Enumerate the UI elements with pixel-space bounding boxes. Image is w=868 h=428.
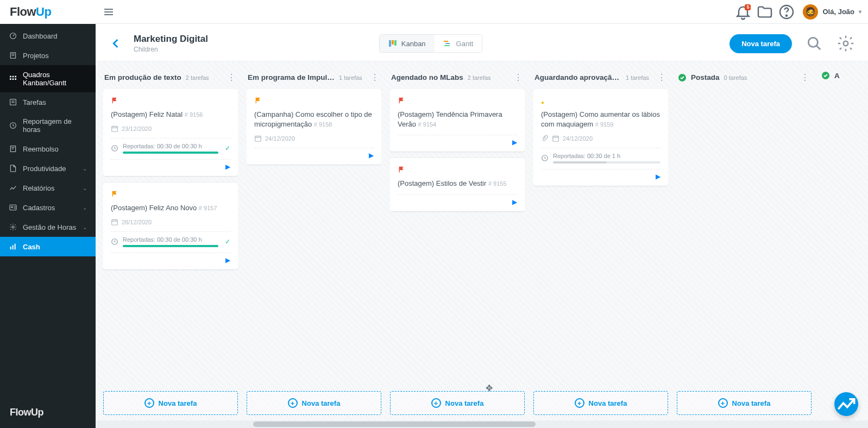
view-kanban-label: Kanban <box>401 40 426 48</box>
back-button[interactable] <box>109 36 124 51</box>
svg-rect-32 <box>445 43 450 44</box>
column-menu-icon[interactable]: ⋮ <box>513 71 524 84</box>
chevron-down-icon: ⌄ <box>83 224 87 230</box>
sidebar-item-7[interactable]: Relatórios⌄ <box>0 178 96 198</box>
svg-rect-42 <box>112 220 118 225</box>
view-toggle: Kanban Gantt <box>379 34 483 53</box>
svg-rect-29 <box>392 40 394 45</box>
column-title: Em produção de texto <box>104 73 181 81</box>
task-card[interactable]: (Postagem) Feliz Natal # 915623/12/2020R… <box>103 89 238 176</box>
check-icon <box>821 71 830 80</box>
sidebar-item-label: Tarefas <box>23 98 46 106</box>
calendar-icon <box>552 135 559 142</box>
calendar-icon <box>111 218 118 226</box>
card-title: (Postagem) Feliz Ano Novo # 9157 <box>111 203 230 213</box>
column-body: (Postagem) Feliz Natal # 915623/12/2020R… <box>103 89 238 428</box>
play-button[interactable]: ▶ <box>541 169 661 180</box>
receipt-icon <box>9 144 17 153</box>
sidebar-item-4[interactable]: Reportagem de horas <box>0 112 96 139</box>
card-date-row: 23/12/2020 <box>111 125 230 133</box>
reported-row: Reportadas: 00:30 de 1 h <box>541 148 661 163</box>
sidebar-item-1[interactable]: Projetos <box>0 46 96 65</box>
column-count: 2 tarefas <box>468 74 491 81</box>
new-task-label: Nova tarefa <box>159 399 197 407</box>
column-menu-icon[interactable]: ⋮ <box>800 71 810 84</box>
svg-rect-47 <box>255 136 261 142</box>
play-button[interactable]: ▶ <box>398 194 517 206</box>
progress-bar <box>553 161 661 163</box>
new-task-label: Nova tarefa <box>589 399 627 407</box>
card-title: (Postagem) Como aumentar os lábios com m… <box>541 110 661 129</box>
kanban-column-4: Postada0 tarefas⋮+Nova tarefa <box>677 69 812 428</box>
sidebar-item-10[interactable]: Cash <box>0 237 96 256</box>
calendar-icon <box>111 125 118 133</box>
task-card[interactable]: (Campanha) Como escolher o tipo de micro… <box>247 89 381 165</box>
play-button[interactable]: ▶ <box>254 148 374 159</box>
fab-chart-button[interactable] <box>834 392 858 416</box>
column-count: 0 tarefas <box>724 74 747 81</box>
new-task-slot[interactable]: +Nova tarefa <box>103 391 238 415</box>
kanban-column-0: Em produção de texto2 tarefas⋮(Postagem)… <box>103 69 238 428</box>
play-button[interactable]: ▶ <box>398 135 517 146</box>
flag-icon <box>398 97 405 104</box>
sidebar-item-6[interactable]: Produtividade⌄ <box>0 159 96 178</box>
new-task-slot[interactable]: +Nova tarefa <box>533 391 668 415</box>
column-menu-icon[interactable]: ⋮ <box>656 71 667 84</box>
user-greeting: Olá, João <box>822 8 854 16</box>
flag-icon <box>111 190 118 198</box>
card-id: # 9158 <box>314 121 332 128</box>
column-header: A <box>820 69 842 85</box>
task-card[interactable]: (Postagem) Tendência Primavera Verão # 9… <box>390 89 525 152</box>
new-task-slot[interactable]: +Nova tarefa <box>677 391 812 415</box>
avatar: 🧔 <box>803 4 818 20</box>
logo[interactable]: FlowUp <box>0 0 96 24</box>
plus-icon: + <box>288 398 298 408</box>
column-body: (Postagem) Como aumentar os lábios com m… <box>533 89 668 428</box>
task-card[interactable]: (Postagem) Como aumentar os lábios com m… <box>533 89 668 186</box>
sidebar-item-0[interactable]: Dashboard <box>0 26 96 46</box>
sidebar-item-label: Produtividade <box>23 165 66 173</box>
sidebar-item-3[interactable]: Tarefas <box>0 92 96 112</box>
kanban-board[interactable]: Em produção de texto2 tarefas⋮(Postagem)… <box>96 61 868 428</box>
reported-text: Reportadas: 00:30 de 00:30 h <box>123 143 218 149</box>
chevron-down-icon: ▾ <box>859 9 861 15</box>
sidebar-item-2[interactable]: Quadros Kanban/Gantt <box>0 65 96 92</box>
search-icon[interactable] <box>805 34 823 53</box>
column-menu-icon[interactable]: ⋮ <box>226 71 237 84</box>
scrollbar-thumb[interactable] <box>253 421 536 427</box>
calendar-icon <box>254 135 262 142</box>
new-task-label: Nova tarefa <box>445 399 484 407</box>
new-task-slot[interactable]: +Nova tarefa <box>390 391 525 415</box>
folder-icon[interactable] <box>756 3 773 21</box>
sidebar-item-5[interactable]: Reembolso <box>0 139 96 159</box>
task-card[interactable]: (Postagem) Estilos de Vestir # 9155▶ <box>390 158 525 211</box>
sidebar-item-9[interactable]: Gestão de Horas⌄ <box>0 217 96 237</box>
sidebar-item-8[interactable]: Cadastros⌄ <box>0 198 96 217</box>
notifications-icon[interactable]: 5 <box>734 3 752 21</box>
new-task-button[interactable]: Nova tarefa <box>729 34 792 53</box>
play-button[interactable]: ▶ <box>111 159 230 171</box>
user-menu[interactable]: 🧔 Olá, João ▾ <box>803 4 861 20</box>
column-menu-icon[interactable]: ⋮ <box>369 71 380 84</box>
page-subtitle: Children <box>134 46 208 53</box>
sidebar-item-label: Cadastros <box>23 204 55 212</box>
flag-icon <box>398 166 405 173</box>
column-body: (Campanha) Como escolher o tipo de micro… <box>247 89 381 428</box>
column-title: Postada <box>691 73 720 81</box>
new-task-slot[interactable]: +Nova tarefa <box>247 391 381 415</box>
horizontal-scrollbar[interactable] <box>96 420 868 428</box>
chevron-down-icon: ⌄ <box>83 166 87 172</box>
kanban-column-5: A <box>820 69 842 428</box>
help-icon[interactable] <box>778 3 795 21</box>
view-gantt-button[interactable]: Gantt <box>435 35 482 52</box>
task-card[interactable]: (Postagem) Feliz Ano Novo # 915728/12/20… <box>103 182 238 269</box>
menu-toggle-icon[interactable] <box>102 5 115 18</box>
play-button[interactable]: ▶ <box>111 253 230 264</box>
card-date: 24/12/2020 <box>563 135 593 142</box>
column-title: Em programa de Impulsio... <box>248 73 335 81</box>
settings-icon[interactable] <box>836 34 855 53</box>
sidebar-item-label: Quadros Kanban/Gantt <box>23 71 87 87</box>
svg-point-36 <box>844 41 848 46</box>
view-kanban-button[interactable]: Kanban <box>380 35 435 52</box>
logo-part1: Flow <box>10 5 36 18</box>
